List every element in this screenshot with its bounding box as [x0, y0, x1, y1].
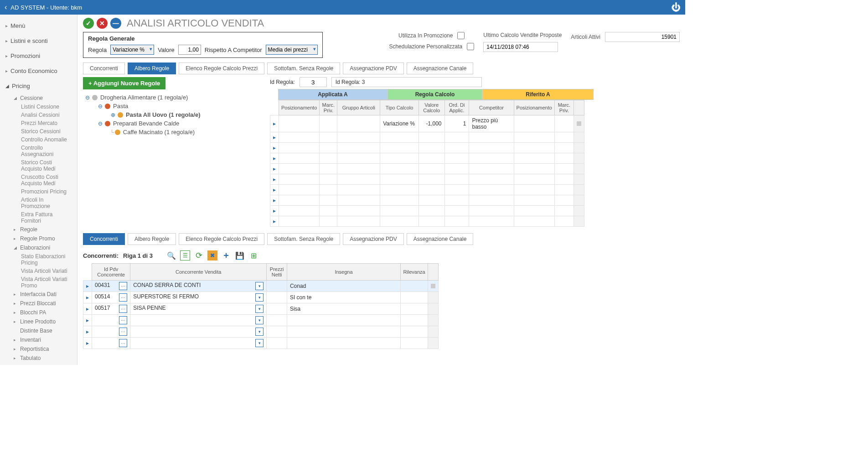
list-icon[interactable]: ☰	[180, 250, 190, 260]
scrollbar-cell[interactable]	[574, 195, 584, 206]
scrollbar-cell[interactable]	[428, 315, 438, 326]
grid-row[interactable]: ▸	[270, 132, 584, 143]
grid-cell[interactable]	[279, 216, 320, 227]
grid-column-header[interactable]: Gruppo Articoli	[337, 100, 380, 115]
competitor-rilevanza-cell[interactable]	[401, 338, 428, 349]
competitor-prezzi-cell[interactable]	[267, 281, 287, 292]
cancel-icon[interactable]: ✕	[97, 18, 108, 29]
schedulazione-checkbox[interactable]	[467, 43, 474, 50]
grid-cell[interactable]: Prezzo più basso	[469, 115, 514, 132]
sidebar-sub-item[interactable]: ▸Blocchi PA	[8, 308, 77, 317]
sidebar-leaf-item[interactable]: Vista Articoli Variati Promo	[8, 275, 77, 290]
tab[interactable]: Assegnazione PDV	[343, 233, 403, 245]
competitor-rilevanza-cell[interactable]	[401, 326, 428, 338]
scrollbar-cell[interactable]	[574, 153, 584, 164]
sidebar-item[interactable]: ◢Pricing	[0, 78, 77, 94]
sidebar-sub-item[interactable]: Distinte Base	[8, 326, 77, 335]
sidebar-leaf-item[interactable]: Controllo Assegnazioni	[8, 144, 77, 158]
grid-cell[interactable]	[418, 174, 444, 185]
row-expander-icon[interactable]: ▸	[83, 292, 92, 303]
grid-cell[interactable]	[418, 216, 444, 227]
grid-cell[interactable]	[337, 115, 380, 132]
search-icon[interactable]: 🔍	[166, 250, 176, 260]
sidebar-sub-item[interactable]: ▸Reportistica	[8, 344, 77, 354]
row-expander-icon[interactable]: ▸	[270, 132, 279, 143]
grid-cell[interactable]	[320, 206, 337, 216]
sidebar-leaf-item[interactable]: Promozioni Pricing	[8, 188, 77, 196]
grid-cell[interactable]	[380, 164, 419, 174]
dropdown-icon[interactable]: ▾	[255, 339, 264, 347]
grid-cell[interactable]	[380, 185, 419, 195]
competitor-vendita-cell[interactable]: ▾	[130, 338, 267, 349]
competitor-id-cell[interactable]: 00514 ⋯	[92, 292, 130, 303]
grid-cell[interactable]	[337, 143, 380, 153]
competitor-prezzi-cell[interactable]	[267, 326, 287, 338]
confirm-icon[interactable]: ✓	[83, 18, 94, 29]
row-expander-icon[interactable]: ▸	[270, 164, 279, 174]
sidebar-sub-item[interactable]: ◢Cessione	[8, 94, 77, 103]
dropdown-icon[interactable]: ▾	[255, 293, 264, 302]
sidebar-leaf-item[interactable]: Prezzi Mercato	[8, 119, 77, 127]
row-expander-icon[interactable]: ▸	[270, 115, 279, 132]
grid-cell[interactable]: 1	[444, 115, 469, 132]
grid-cell[interactable]	[279, 132, 320, 143]
grid-cell[interactable]	[320, 115, 337, 132]
competitor-vendita-cell[interactable]: ▾	[130, 326, 267, 338]
competitor-row[interactable]: ▸00514 ⋯SUPERSTORE SI FERMO▾SI con te	[83, 292, 439, 303]
competitor-prezzi-cell[interactable]	[267, 292, 287, 303]
sidebar-leaf-item[interactable]: Controllo Anomalie	[8, 135, 77, 144]
grid-cell[interactable]	[279, 164, 320, 174]
grid-cell[interactable]	[320, 185, 337, 195]
grid-cell[interactable]	[320, 216, 337, 227]
competitor-id-cell[interactable]: ⋯	[92, 315, 130, 326]
competitor-insegna-cell[interactable]	[287, 338, 400, 349]
grid-cell[interactable]	[380, 143, 419, 153]
grid-column-header[interactable]: Insegna	[287, 264, 400, 281]
competitor-rilevanza-cell[interactable]	[401, 292, 428, 303]
articoli-attivi-value[interactable]	[605, 32, 680, 42]
grid-cell[interactable]	[469, 153, 514, 164]
sidebar-leaf-item[interactable]: Listini Cessione	[8, 103, 77, 111]
grid-cell[interactable]	[554, 216, 574, 227]
row-expander-icon[interactable]: ▸	[270, 143, 279, 153]
sidebar-item[interactable]: ▸Conto Economico	[0, 63, 77, 78]
dropdown-icon[interactable]: ▾	[255, 316, 264, 324]
ultimo-calcolo-value[interactable]	[483, 42, 558, 52]
grid-cell[interactable]	[469, 206, 514, 216]
sidebar-sub-item[interactable]: ▸Prezzi Bloccati	[8, 299, 77, 308]
grid-cell[interactable]	[554, 153, 574, 164]
scrollbar-cell[interactable]	[428, 326, 438, 338]
grid-cell[interactable]	[469, 132, 514, 143]
grid-cell[interactable]	[337, 206, 380, 216]
grid-cell[interactable]	[418, 195, 444, 206]
sidebar-item[interactable]: ▸Listini e sconti	[0, 33, 77, 48]
grid-row[interactable]: ▸Variazione %-1,0001Prezzo più basso	[270, 115, 584, 132]
grid-cell[interactable]	[554, 143, 574, 153]
grid-cell[interactable]	[337, 216, 380, 227]
grid-cell[interactable]	[418, 185, 444, 195]
lookup-icon[interactable]: ⋯	[119, 316, 127, 324]
grid-cell[interactable]	[444, 153, 469, 164]
sidebar-sub-item[interactable]: ▸Linee Prodotto	[8, 317, 77, 326]
scrollbar-cell[interactable]	[428, 303, 438, 315]
grid-cell[interactable]	[554, 206, 574, 216]
grid-cell[interactable]	[469, 195, 514, 206]
utilizza-checkbox[interactable]	[457, 32, 465, 39]
grid-cell[interactable]	[554, 174, 574, 185]
regola-select[interactable]: Variazione %	[110, 45, 154, 55]
sidebar-item[interactable]: ▸Promozioni	[0, 48, 77, 63]
sidebar-sub-item[interactable]: ▸Inventari	[8, 335, 77, 344]
sidebar-leaf-item[interactable]: Stato Elaborazioni Pricing	[8, 252, 77, 267]
row-expander-icon[interactable]: ▸	[83, 281, 92, 292]
grid-cell[interactable]	[444, 143, 469, 153]
tab[interactable]: Elenco Regole Calcolo Prezzi	[179, 63, 264, 74]
sidebar-leaf-item[interactable]: Extra Fattura Fornitori	[8, 210, 77, 225]
tab[interactable]: Assegnazione PDV	[343, 63, 403, 74]
grid-cell[interactable]	[444, 206, 469, 216]
tree-node[interactable]: └Caffe Macinato (1 regola/e)	[85, 128, 264, 136]
grid-cell[interactable]	[279, 115, 320, 132]
scrollbar-cell[interactable]	[574, 115, 584, 132]
grid-column-header[interactable]: Prezzi Netti	[267, 264, 287, 281]
grid-cell[interactable]	[514, 143, 554, 153]
dropdown-icon[interactable]: ▾	[255, 305, 264, 313]
